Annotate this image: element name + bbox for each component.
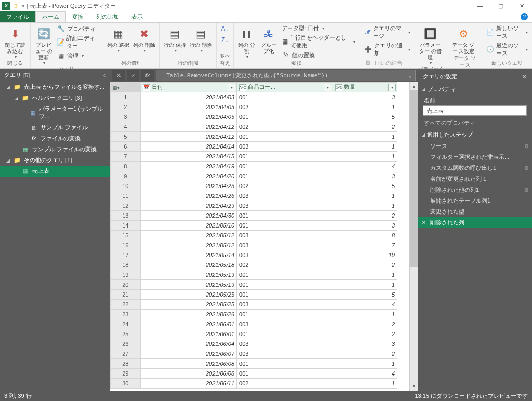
cell[interactable]: 2021/04/03	[140, 92, 236, 102]
cell[interactable]: 2021/06/07	[140, 349, 236, 359]
row-number-cell[interactable]: 17	[111, 250, 141, 260]
applied-step[interactable]: ソース⚙	[418, 141, 532, 152]
scroll-thumb[interactable]	[410, 90, 418, 267]
row-number-header[interactable]: ▦▾	[111, 83, 141, 92]
formula-commit-button[interactable]: ✓	[127, 70, 139, 81]
manage-parameters-button[interactable]: 🔲 パラメーター の管理	[418, 24, 442, 65]
cell[interactable]: 001	[237, 369, 333, 379]
cell[interactable]: 001	[237, 92, 333, 102]
cell[interactable]: 2021/04/29	[140, 201, 236, 211]
cell[interactable]: 2021/05/10	[140, 221, 236, 231]
cell[interactable]: 3	[333, 221, 397, 231]
cell[interactable]: 2021/06/08	[140, 359, 236, 369]
cell[interactable]: 2021/04/20	[140, 171, 236, 181]
table-row[interactable]: 12021/04/030013	[111, 92, 397, 102]
cell[interactable]: 001	[237, 270, 333, 280]
table-row[interactable]: 272021/06/070032	[111, 349, 397, 359]
table-row[interactable]: 282021/06/080011	[111, 359, 397, 369]
row-number-cell[interactable]: 23	[111, 310, 141, 319]
formula-cancel-button[interactable]: ✕	[112, 70, 125, 81]
cell[interactable]: 5	[333, 290, 397, 300]
applied-step[interactable]: ✕削除された列	[418, 217, 532, 228]
table-row[interactable]: 22021/04/030021	[111, 102, 397, 112]
column-header[interactable]: AᴮC商品コー...▾	[237, 83, 333, 92]
column-filter-icon[interactable]: ▾	[388, 84, 396, 91]
remove-columns-button[interactable]: ✖ 列の 削除	[132, 24, 156, 53]
data-type-button[interactable]: データ型: 日付	[281, 24, 356, 33]
use-first-row-button[interactable]: ▦1 行目をヘッダーとして使用	[281, 33, 356, 50]
all-properties-link[interactable]: すべてのプロパティ	[418, 117, 532, 129]
column-header[interactable]: 📅日付▾	[140, 83, 236, 92]
cell[interactable]: 2021/04/19	[140, 162, 236, 171]
cell[interactable]: 001	[237, 211, 333, 221]
merge-queries-button[interactable]: 🖇クエリのマージ	[363, 24, 411, 41]
cell[interactable]: 2	[333, 349, 397, 359]
table-row[interactable]: 92021/04/200013	[111, 171, 397, 181]
table-row[interactable]: 262021/06/040033	[111, 339, 397, 349]
row-number-cell[interactable]: 13	[111, 211, 141, 221]
cell[interactable]: 5	[333, 181, 397, 191]
group-by-button[interactable]: 🖧 グルー プ化	[259, 24, 278, 55]
query-tree-item[interactable]: ▦サンプル ファイルの変換	[0, 144, 110, 155]
cell[interactable]: 2021/05/12	[140, 231, 236, 240]
row-number-cell[interactable]: 8	[111, 162, 141, 171]
table-row[interactable]: 182021/05/180022	[111, 260, 397, 270]
cell[interactable]: 2021/04/30	[140, 211, 236, 221]
cell[interactable]: 002	[237, 379, 333, 389]
cell[interactable]: 2	[333, 329, 397, 339]
query-tree-item[interactable]: 🗎サンプル ファイル	[0, 122, 110, 133]
row-number-cell[interactable]: 18	[111, 260, 141, 270]
cell[interactable]: 2021/04/12	[140, 122, 236, 132]
cell[interactable]: 2021/05/12	[140, 240, 236, 250]
cell[interactable]: 2021/05/14	[140, 250, 236, 260]
cell[interactable]: 003	[237, 201, 333, 211]
row-number-cell[interactable]: 30	[111, 379, 141, 389]
cell[interactable]: 2021/05/19	[140, 280, 236, 290]
row-number-cell[interactable]: 19	[111, 270, 141, 280]
section-properties[interactable]: プロパティ	[418, 84, 532, 96]
applied-step[interactable]: 削除された他の列1⚙	[418, 184, 532, 195]
cell[interactable]: 003	[237, 191, 333, 201]
gear-icon[interactable]: ⚙	[524, 187, 529, 193]
row-number-cell[interactable]: 11	[111, 191, 141, 201]
cell[interactable]: 2021/06/04	[140, 339, 236, 349]
column-filter-icon[interactable]: ▾	[324, 84, 331, 91]
row-number-cell[interactable]: 20	[111, 280, 141, 290]
table-row[interactable]: 72021/04/150011	[111, 152, 397, 162]
cell[interactable]: 2021/04/15	[140, 152, 236, 162]
row-number-cell[interactable]: 26	[111, 339, 141, 349]
split-column-button[interactable]: ⫿⫿ 列の 分割	[237, 24, 257, 59]
table-row[interactable]: 192021/05/190011	[111, 270, 397, 280]
close-and-load-button[interactable]: ⬇ 閉じて読 み込む	[3, 24, 27, 59]
table-row[interactable]: 122021/04/290031	[111, 201, 397, 211]
cell[interactable]: 4	[333, 162, 397, 171]
tab-transform[interactable]: 変換	[66, 11, 90, 22]
row-number-cell[interactable]: 21	[111, 290, 141, 300]
cell[interactable]: 2021/04/26	[140, 191, 236, 201]
row-number-cell[interactable]: 14	[111, 221, 141, 231]
column-type-icon[interactable]: 1²3	[335, 84, 342, 91]
table-row[interactable]: 142021/05/100013	[111, 221, 397, 231]
query-name-input[interactable]: 売上表	[423, 105, 527, 116]
scroll-up-icon[interactable]: ▲	[410, 82, 418, 90]
close-button[interactable]: ✕	[511, 0, 532, 11]
query-tree-item[interactable]: ▦売上表	[0, 166, 110, 177]
append-queries-button[interactable]: ➕クエリの追加	[363, 41, 411, 58]
table-row[interactable]: 62021/04/140031	[111, 142, 397, 152]
cell[interactable]: 2021/04/03	[140, 102, 236, 112]
cell[interactable]: 001	[237, 290, 333, 300]
applied-step[interactable]: 名前が変更された列 1	[418, 173, 532, 184]
collapse-queries-icon[interactable]: <	[103, 72, 106, 78]
cell[interactable]: 1	[333, 102, 397, 112]
cell[interactable]: 001	[237, 152, 333, 162]
cell[interactable]: 001	[237, 132, 333, 142]
column-type-icon[interactable]: AᴮC	[239, 84, 246, 91]
cell[interactable]: 2021/06/01	[140, 319, 236, 329]
delete-step-icon[interactable]: ✕	[422, 220, 426, 225]
advanced-editor-button[interactable]: 📝詳細エディター	[56, 34, 99, 50]
row-number-cell[interactable]: 9	[111, 171, 141, 181]
gear-icon[interactable]: ⚙	[524, 165, 529, 171]
row-number-cell[interactable]: 10	[111, 181, 141, 191]
table-row[interactable]: 102021/04/230025	[111, 181, 397, 191]
refresh-preview-button[interactable]: 🔄 プレビュー の更新	[34, 24, 54, 65]
